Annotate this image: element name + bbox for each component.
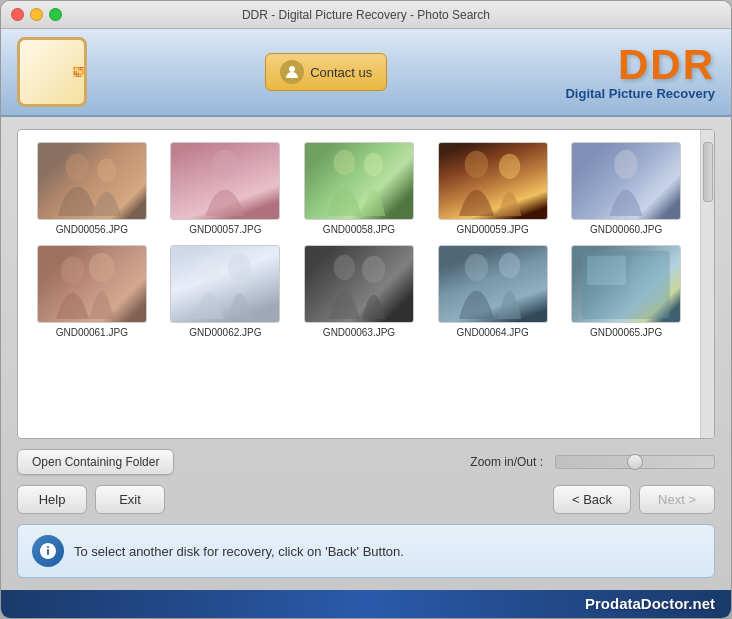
photo-name-GND00065: GND00065.JPG	[590, 327, 662, 338]
close-button[interactable]	[11, 8, 24, 21]
svg-rect-13	[80, 71, 82, 73]
info-message: To select another disk for recovery, cli…	[74, 544, 404, 559]
photo-name-GND00064: GND00064.JPG	[456, 327, 528, 338]
svg-rect-4	[82, 67, 84, 69]
svg-point-36	[198, 257, 219, 282]
svg-rect-7	[78, 69, 80, 71]
photo-item-GND00063[interactable]: GND00063.JPG	[297, 245, 421, 338]
scrollbar-track[interactable]	[700, 130, 714, 438]
svg-point-28	[213, 150, 238, 179]
photo-item-GND00061[interactable]: GND00061.JPG	[30, 245, 154, 338]
zoom-label: Zoom in/Out :	[470, 455, 543, 469]
svg-point-34	[61, 257, 84, 284]
window-controls	[11, 8, 62, 21]
help-button[interactable]: Help	[17, 485, 87, 514]
svg-point-31	[464, 151, 487, 178]
svg-rect-5	[73, 69, 75, 71]
photo-thumb-GND00059	[438, 142, 548, 220]
brand-area: DDR Digital Picture Recovery	[565, 44, 715, 101]
photo-item-GND00056[interactable]: GND00056.JPG	[30, 142, 154, 235]
footer-brand: ProdataDoctor.net	[1, 590, 731, 618]
contact-label: Contact us	[310, 65, 372, 80]
info-icon	[32, 535, 64, 567]
svg-rect-22	[78, 75, 80, 77]
main-window: DDR - Digital Picture Recovery - Photo S…	[0, 0, 732, 619]
exit-button[interactable]: Exit	[95, 485, 165, 514]
photo-grid[interactable]: GND00056.JPG GND00057.JPG GND00058.JPG G…	[18, 130, 700, 438]
svg-point-30	[364, 153, 383, 176]
svg-rect-9	[82, 69, 84, 71]
minimize-button[interactable]	[30, 8, 43, 21]
svg-rect-20	[73, 75, 75, 77]
app-logo	[17, 37, 87, 107]
photo-item-GND00059[interactable]: GND00059.JPG	[431, 142, 555, 235]
svg-rect-43	[587, 256, 626, 285]
svg-rect-21	[76, 75, 78, 77]
photo-thumb-GND00061	[37, 245, 147, 323]
brand-subtitle: Digital Picture Recovery	[565, 86, 715, 101]
photo-name-GND00060: GND00060.JPG	[590, 224, 662, 235]
svg-rect-14	[82, 71, 84, 73]
svg-rect-42	[582, 251, 670, 319]
logo-icon	[73, 46, 84, 98]
svg-rect-1	[76, 67, 78, 69]
photo-thumb-GND00060	[571, 142, 681, 220]
photo-name-GND00062: GND00062.JPG	[189, 327, 261, 338]
svg-rect-15	[73, 73, 75, 75]
svg-point-32	[498, 154, 519, 179]
photo-thumb-GND00065	[571, 245, 681, 323]
svg-rect-3	[80, 67, 82, 69]
window-title: DDR - Digital Picture Recovery - Photo S…	[242, 8, 490, 22]
next-button[interactable]: Next >	[639, 485, 715, 514]
photo-item-GND00065[interactable]: GND00065.JPG	[564, 245, 688, 338]
svg-rect-12	[78, 71, 80, 73]
footer-brand-text: ProdataDoctor.net	[585, 595, 715, 612]
svg-rect-17	[78, 73, 80, 75]
title-bar: DDR - Digital Picture Recovery - Photo S…	[1, 1, 731, 29]
photo-container: GND00056.JPG GND00057.JPG GND00058.JPG G…	[17, 129, 715, 439]
contact-button[interactable]: Contact us	[265, 53, 387, 91]
back-button[interactable]: < Back	[553, 485, 631, 514]
photo-item-GND00058[interactable]: GND00058.JPG	[297, 142, 421, 235]
svg-point-26	[65, 154, 88, 181]
app-header: Contact us DDR Digital Picture Recovery	[1, 29, 731, 117]
photo-thumb-GND00056	[37, 142, 147, 220]
photo-thumb-GND00064	[438, 245, 548, 323]
svg-rect-19	[82, 73, 84, 75]
brand-ddr: DDR	[565, 44, 715, 86]
logo-grid	[20, 46, 73, 99]
photo-thumb-GND00063	[304, 245, 414, 323]
contact-icon	[280, 60, 304, 84]
photo-name-GND00057: GND00057.JPG	[189, 224, 261, 235]
svg-point-37	[228, 254, 251, 281]
zoom-row: Open Containing Folder Zoom in/Out :	[17, 449, 715, 475]
photo-name-GND00056: GND00056.JPG	[56, 224, 128, 235]
photo-thumb-GND00058	[304, 142, 414, 220]
photo-item-GND00060[interactable]: GND00060.JPG	[564, 142, 688, 235]
photo-thumb-GND00062	[170, 245, 280, 323]
svg-rect-6	[76, 69, 78, 71]
svg-rect-8	[80, 69, 82, 71]
main-content: GND00056.JPG GND00057.JPG GND00058.JPG G…	[1, 117, 731, 590]
svg-point-41	[498, 253, 519, 278]
svg-point-25	[289, 66, 295, 72]
svg-rect-2	[78, 67, 80, 69]
scrollbar-thumb[interactable]	[703, 142, 713, 202]
photo-thumb-GND00057	[170, 142, 280, 220]
photo-name-GND00058: GND00058.JPG	[323, 224, 395, 235]
svg-rect-10	[73, 71, 75, 73]
photo-name-GND00063: GND00063.JPG	[323, 327, 395, 338]
zoom-slider[interactable]	[555, 455, 715, 469]
svg-rect-16	[76, 73, 78, 75]
svg-rect-23	[80, 75, 82, 77]
open-folder-button[interactable]: Open Containing Folder	[17, 449, 174, 475]
svg-point-35	[89, 253, 114, 282]
photo-item-GND00062[interactable]: GND00062.JPG	[164, 245, 288, 338]
photo-name-GND00059: GND00059.JPG	[456, 224, 528, 235]
svg-point-39	[362, 256, 385, 283]
svg-rect-11	[76, 71, 78, 73]
maximize-button[interactable]	[49, 8, 62, 21]
nav-row: Help Exit < Back Next >	[17, 485, 715, 514]
photo-item-GND00057[interactable]: GND00057.JPG	[164, 142, 288, 235]
photo-item-GND00064[interactable]: GND00064.JPG	[431, 245, 555, 338]
